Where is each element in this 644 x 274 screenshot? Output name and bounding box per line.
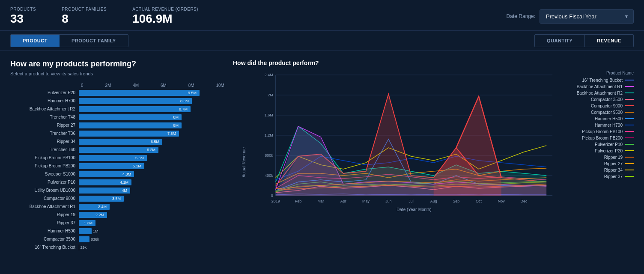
list-item[interactable]: Compactor 9000 [565, 104, 634, 108]
legend-items: 16" Trenching BucketBackhoe Attachment R… [565, 78, 634, 179]
table-row[interactable]: Hammer H5001M [10, 228, 224, 235]
svg-text:2.4M: 2.4M [265, 73, 273, 77]
table-row[interactable]: Pulverizer P209.5M [10, 89, 224, 96]
list-item[interactable]: Ripper 27 [565, 161, 634, 166]
tabs-row: PRODUCT PRODUCT FAMILY QUANTITY REVENUE [0, 31, 644, 51]
svg-text:Jul: Jul [408, 199, 413, 203]
table-row[interactable]: Ripper 278M [10, 122, 224, 129]
svg-text:Nov: Nov [498, 199, 505, 203]
svg-marker-31 [276, 126, 546, 196]
left-panel: How are my products performing? Select a… [10, 60, 224, 254]
table-row[interactable]: Utility Broom UB10004M [10, 187, 224, 194]
list-item[interactable]: Pulverizer P20 [565, 149, 634, 153]
svg-text:2019: 2019 [271, 199, 280, 203]
families-value: 8 [62, 12, 107, 26]
table-row[interactable]: Backhoe Attachment R28.7M [10, 106, 224, 113]
list-item[interactable]: Ripper 34 [565, 168, 634, 173]
svg-text:May: May [362, 199, 370, 203]
table-row[interactable]: Sweeper S10004.3M [10, 171, 224, 178]
quantity-button[interactable]: QUANTITY [535, 35, 584, 47]
products-value: 33 [10, 12, 36, 26]
table-row[interactable]: Compactor 90003.5M [10, 195, 224, 202]
table-row[interactable]: Backhoe Attachment R12.4M [10, 203, 224, 210]
legend-title: Product Name [565, 71, 634, 75]
svg-text:400k: 400k [265, 173, 273, 178]
svg-text:Apr: Apr [340, 199, 346, 203]
table-row[interactable]: Ripper 346.5M [10, 138, 224, 145]
legend: Product Name 16" Trenching BucketBackhoe… [565, 71, 634, 254]
y-axis-label: Actual Revenue [242, 147, 246, 178]
svg-text:Feb: Feb [295, 199, 301, 203]
main-content: How are my products performing? Select a… [0, 51, 644, 263]
svg-text:1.6M: 1.6M [265, 113, 273, 117]
products-label: PRODUCTS [10, 7, 36, 12]
tab-product-family[interactable]: PRODUCT FAMILY [60, 35, 128, 47]
bar-chart: 0 2M 4M 6M 8M 10M Pulverizer P209.5MHamm… [10, 83, 224, 251]
list-item[interactable]: Ripper 19 [565, 155, 634, 160]
list-item[interactable]: Backhoe Attachment R2 [565, 91, 634, 95]
revenue-value: 106.9M [132, 12, 198, 26]
list-item[interactable]: Compactor 9500 [565, 110, 634, 115]
svg-text:Date (Year-Month): Date (Year-Month) [397, 207, 431, 212]
svg-marker-32 [434, 96, 501, 196]
families-metric: PRODUCT FAMILIES 8 [62, 7, 107, 26]
view-tab-group: PRODUCT PRODUCT FAMILY [10, 34, 128, 47]
table-row[interactable]: Trencher T606.2M [10, 146, 224, 153]
list-item[interactable]: Compactor 3500 [565, 97, 634, 102]
list-item[interactable]: Pickup Broom PB200 [565, 136, 634, 140]
table-row[interactable]: 16" Trenching Bucket29k [10, 244, 224, 251]
table-row[interactable]: Pickup Broom PB1005.3M [10, 155, 224, 161]
svg-text:Jun: Jun [385, 199, 391, 203]
left-panel-title: How are my products performing? [10, 60, 224, 68]
line-chart-area: Actual Revenue [233, 71, 634, 254]
svg-text:2M: 2M [268, 93, 273, 97]
revenue-button[interactable]: REVENUE [584, 35, 633, 47]
chart-title: How did the product perform? [233, 60, 634, 66]
metric-view-group: QUANTITY REVENUE [534, 34, 634, 47]
date-range-wrapper: Date Range: Previous Fiscal Year ▼ [507, 9, 634, 24]
list-item[interactable]: Ripper 37 [565, 174, 634, 179]
list-item[interactable]: Backhoe Attachment R1 [565, 84, 634, 89]
table-row[interactable]: Pulverizer P104.1M [10, 179, 224, 186]
svg-text:Oct: Oct [476, 199, 482, 203]
list-item[interactable]: Hammer H700 [565, 123, 634, 128]
table-row[interactable]: Ripper 192.2M [10, 211, 224, 218]
families-label: PRODUCT FAMILIES [62, 7, 107, 12]
svg-text:Dec: Dec [521, 199, 528, 203]
line-chart-svg: 0 400k 800k 1.2M 1.6M 2M 2.4M 2019 Feb M… [254, 71, 561, 216]
bar-axis: 0 2M 4M 6M 8M 10M [81, 83, 224, 88]
list-item[interactable]: 16" Trenching Bucket [565, 78, 634, 83]
list-item[interactable]: Hammer H500 [565, 116, 634, 121]
svg-text:800k: 800k [265, 153, 273, 158]
table-row[interactable]: Trencher T367.8M [10, 130, 224, 137]
list-item[interactable]: Pulverizer P10 [565, 142, 634, 147]
table-row[interactable]: Pickup Broom PB2005.1M [10, 163, 224, 170]
svg-text:Mar: Mar [317, 199, 324, 203]
right-panel: How did the product perform? Actual Reve… [233, 60, 634, 254]
svg-text:1.2M: 1.2M [265, 133, 273, 137]
date-range-select[interactable]: Previous Fiscal Year [540, 9, 634, 24]
tab-product[interactable]: PRODUCT [11, 35, 60, 47]
left-panel-subtitle: Select a product to view its sales trend… [10, 71, 224, 76]
list-item[interactable]: Pickup Broom PB100 [565, 129, 634, 134]
table-row[interactable]: Compactor 3500836k [10, 236, 224, 243]
revenue-label: ACTUAL REVENUE (ORDERS) [132, 7, 198, 12]
svg-text:Sep: Sep [453, 199, 459, 203]
revenue-metric: ACTUAL REVENUE (ORDERS) 106.9M [132, 7, 198, 26]
header: PRODUCTS 33 PRODUCT FAMILIES 8 ACTUAL RE… [0, 0, 644, 31]
bar-rows: Pulverizer P209.5MHammer H7008.8MBackhoe… [10, 89, 224, 251]
table-row[interactable]: Hammer H7008.8M [10, 98, 224, 104]
svg-text:Aug: Aug [430, 199, 437, 203]
svg-text:0: 0 [271, 194, 273, 198]
table-row[interactable]: Ripper 371.3M [10, 220, 224, 226]
table-row[interactable]: Trencher T488M [10, 114, 224, 121]
date-range-label: Date Range: [507, 13, 535, 19]
products-metric: PRODUCTS 33 [10, 7, 36, 26]
